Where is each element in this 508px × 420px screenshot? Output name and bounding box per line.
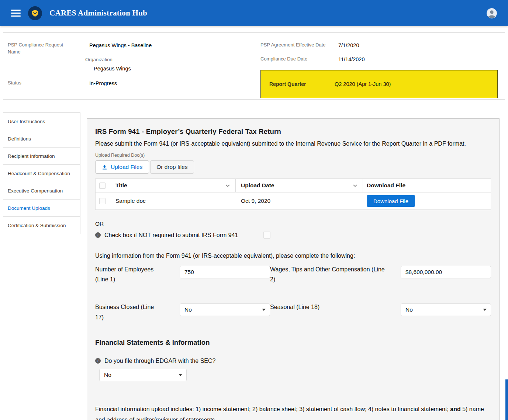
caret-down-icon <box>179 374 182 376</box>
sidebar-item-label: Definitions <box>8 136 31 142</box>
shield-logo-icon <box>28 6 42 20</box>
not-required-label: Check box if NOT required to submit IRS … <box>104 232 238 239</box>
business-closed-select[interactable]: No <box>180 303 270 316</box>
info-circle-icon[interactable]: i <box>95 232 101 238</box>
menu-hamburger-icon[interactable] <box>11 10 21 17</box>
irs-section-title: IRS Form 941 - Employer’s Quarterly Fede… <box>95 128 491 136</box>
wages-tips-input[interactable] <box>401 266 491 278</box>
sidebar-item-recipient-information[interactable]: Recipient Information <box>3 147 80 165</box>
upload-arrow-icon <box>102 164 107 170</box>
complete-following-text: Using information from the Form 941 (or … <box>95 253 491 259</box>
document-upload-date: Oct 9, 2020 <box>241 198 270 204</box>
number-of-employees-input[interactable] <box>180 266 270 278</box>
report-quarter-highlight: Report Quarter Q2 2020 (Apr 1-Jun 30) <box>260 70 498 98</box>
sidebar-item-label: Document Uploads <box>8 205 50 211</box>
compliance-summary-card: PSP Compliance Request Name Pegasus Wing… <box>3 32 505 100</box>
app-header: CARES Administration Hub <box>0 0 508 26</box>
psp-request-name-value: Pegasus Wings - Baseline <box>89 42 152 56</box>
field-label: Status <box>8 80 89 87</box>
or-separator-label: OR <box>95 221 491 227</box>
column-header-label: Title <box>115 182 127 189</box>
number-of-employees-label: Number of Employees (Line 1) <box>95 264 180 284</box>
selected-value: No <box>405 306 413 313</box>
select-all-checkbox[interactable] <box>99 183 106 189</box>
status-value: In-Progress <box>89 80 117 87</box>
app-title: CARES Administration Hub <box>49 8 147 18</box>
selected-value: No <box>184 306 192 313</box>
caret-down-icon <box>262 309 266 311</box>
drop-files-label: Or drop files <box>156 164 187 170</box>
report-quarter-value: Q2 2020 (Apr 1-Jun 30) <box>335 81 391 87</box>
upload-files-label: Upload Files <box>111 164 142 170</box>
sidebar-item-headcount-compensation[interactable]: Headcount & Compensation <box>3 164 80 182</box>
irs-section-description: Please submit the Form 941 (or IRS-accep… <box>95 139 491 149</box>
column-header-label: Download File <box>367 182 405 189</box>
organization-field: Organization Pegasus Wings <box>85 56 260 72</box>
organization-value: Pegasus Wings <box>85 65 260 72</box>
field-label: Compliance Due Date <box>260 56 338 63</box>
form-941-fields: Number of Employees (Line 1) Wages, Tips… <box>95 264 491 322</box>
table-row: Sample doc Oct 9, 2020 Download File <box>96 192 491 210</box>
document-uploads-panel: IRS Form 941 - Employer’s Quarterly Fede… <box>87 118 500 420</box>
drop-files-zone[interactable]: Or drop files <box>150 160 194 174</box>
upload-files-button[interactable]: Upload Files <box>95 160 149 174</box>
sidebar-item-certification-submission[interactable]: Certification & Submission <box>3 216 80 234</box>
upload-required-label: Upload Required Doc(s) <box>95 153 491 158</box>
sidebar-item-label: Recipient Information <box>8 153 55 159</box>
summary-left-column: PSP Compliance Request Name Pegasus Wing… <box>3 33 260 99</box>
sidebar-item-executive-compensation[interactable]: Executive Compensation <box>3 182 80 199</box>
field-label: PSP Agreement Effective Date <box>260 42 338 49</box>
due-date-value: 11/14/2020 <box>338 56 365 63</box>
financial-upload-note: Financial information upload includes: 1… <box>95 404 486 420</box>
scrollbar-thumb[interactable] <box>505 379 508 420</box>
table-header-row: Title Upload Date Download File <box>96 179 491 192</box>
sidebar-item-user-instructions[interactable]: User Instructions <box>3 112 80 130</box>
sidebar-item-label: User Instructions <box>8 119 45 124</box>
wages-tips-label: Wages, Tips and Other Compensation (Line… <box>270 264 401 284</box>
document-title: Sample doc <box>115 198 146 204</box>
not-required-checkbox[interactable] <box>263 232 270 239</box>
sidebar-item-label: Executive Compensation <box>8 188 63 194</box>
field-label: PSP Compliance Request Name <box>8 42 89 56</box>
sidebar-item-label: Headcount & Compensation <box>8 171 70 176</box>
sidebar-item-document-uploads[interactable]: Document Uploads <box>3 199 80 217</box>
caret-down-icon <box>483 309 487 311</box>
effective-date-value: 7/1/2020 <box>338 42 359 49</box>
sidebar-item-definitions[interactable]: Definitions <box>3 130 80 147</box>
seasonal-select[interactable]: No <box>401 303 491 316</box>
chevron-down-icon[interactable] <box>225 183 230 188</box>
chevron-down-icon[interactable] <box>353 183 357 188</box>
field-label: Organization <box>85 56 260 63</box>
summary-right-column: PSP Agreement Effective Date 7/1/2020 Co… <box>260 33 505 99</box>
edgar-select[interactable]: No <box>99 369 187 381</box>
note-prefix: Financial information upload includes: 1… <box>95 406 450 412</box>
row-checkbox[interactable] <box>99 198 106 204</box>
financial-section-title: Financial Statements & Information <box>95 339 491 347</box>
business-closed-label: Business Closed (Line 17) <box>95 302 180 322</box>
column-header-download-file: Download File <box>363 179 491 192</box>
note-bold: and <box>450 406 460 412</box>
documents-table: Title Upload Date Download File Sa <box>95 178 491 210</box>
sidebar-item-label: Certification & Submission <box>8 223 66 228</box>
download-file-button[interactable]: Download File <box>367 195 415 207</box>
info-circle-icon[interactable]: i <box>95 358 101 364</box>
report-quarter-label: Report Quarter <box>261 81 335 87</box>
column-header-upload-date[interactable]: Upload Date <box>236 179 363 192</box>
section-sidebar: User Instructions Definitions Recipient … <box>3 112 80 234</box>
selected-value: No <box>104 372 111 378</box>
user-avatar-icon[interactable] <box>487 8 497 18</box>
column-header-title[interactable]: Title <box>110 179 236 192</box>
edgar-question-label: Do you file through EDGAR with the SEC? <box>104 358 215 364</box>
seasonal-label: Seasonal (Line 18) <box>270 302 401 312</box>
column-header-label: Upload Date <box>241 182 274 189</box>
